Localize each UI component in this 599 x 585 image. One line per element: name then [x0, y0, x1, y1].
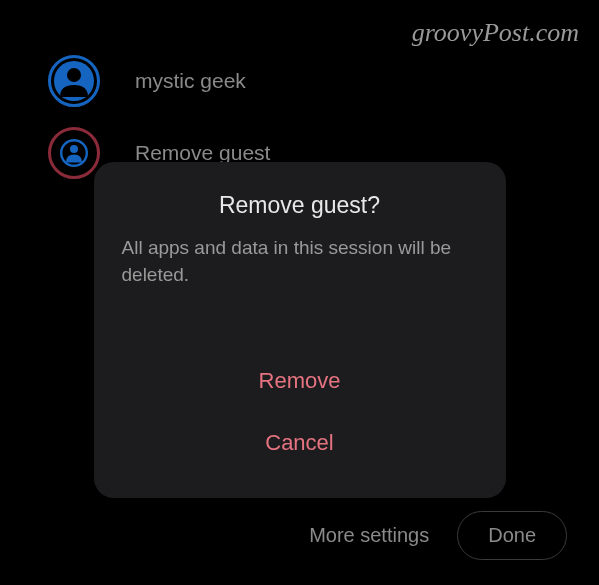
- svg-point-1: [67, 68, 81, 82]
- remove-button[interactable]: Remove: [122, 350, 478, 412]
- dialog-message: All apps and data in this session will b…: [122, 235, 478, 288]
- user-row[interactable]: mystic geek: [0, 45, 599, 117]
- svg-point-3: [70, 145, 78, 153]
- user-avatar-icon: [48, 55, 100, 107]
- remove-guest-dialog: Remove guest? All apps and data in this …: [94, 162, 506, 498]
- dialog-title: Remove guest?: [122, 192, 478, 219]
- watermark-text: groovyPost.com: [412, 18, 579, 48]
- bottom-actions: More settings Done: [309, 511, 567, 560]
- user-name-label: mystic geek: [135, 69, 246, 93]
- guest-avatar-icon: [48, 127, 100, 179]
- done-button[interactable]: Done: [457, 511, 567, 560]
- more-settings-button[interactable]: More settings: [309, 524, 429, 547]
- cancel-button[interactable]: Cancel: [122, 412, 478, 474]
